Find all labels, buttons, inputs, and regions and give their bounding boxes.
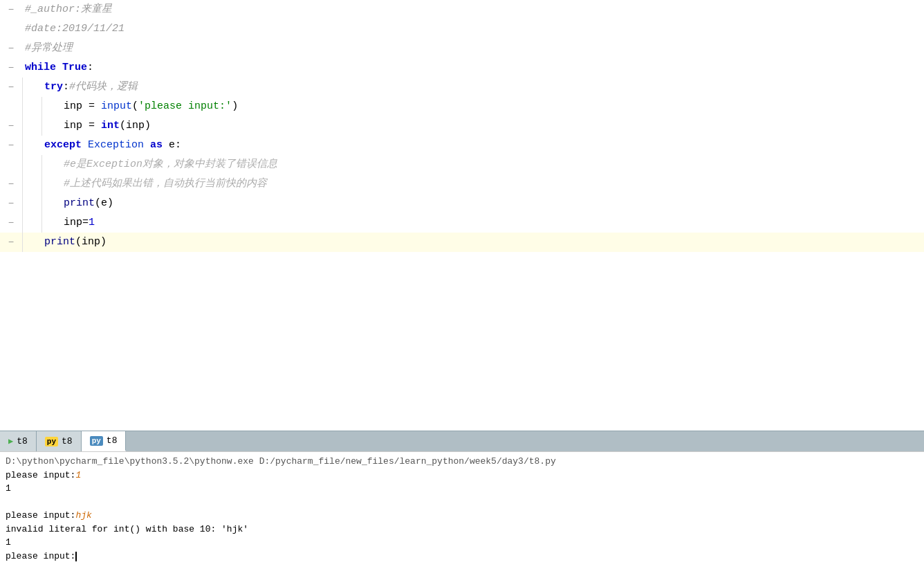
indent: [41, 97, 61, 116]
gutter: [0, 141, 22, 150]
terminal-path: D:\python\pycharm_file\python3.5.2\pytho…: [6, 456, 556, 467]
gutter: [0, 199, 22, 208]
indent: [41, 213, 61, 233]
code-line: #_author:来童星: [0, 0, 924, 19]
fold-icon[interactable]: [6, 5, 16, 15]
indent: [41, 116, 61, 136]
code-line: #上述代码如果出错，自动执行当前快的内容: [0, 174, 924, 194]
indent: [22, 233, 41, 252]
code-content: inp=1: [61, 213, 95, 233]
code-content: inp = input('please input:'): [61, 97, 238, 116]
indent-guides: [22, 155, 61, 174]
gutter: [0, 63, 22, 73]
fold-icon[interactable]: [6, 218, 16, 228]
gutter: [0, 82, 22, 92]
code-line: print(inp): [0, 233, 924, 252]
gutter: [0, 102, 22, 111]
terminal-highlight: 1: [75, 470, 81, 480]
indent: [41, 155, 61, 174]
code-content: except Exception as e:: [41, 136, 181, 155]
indent-guides: [22, 136, 41, 155]
terminal-area: D:\python\pycharm_file\python3.5.2\pytho…: [0, 451, 924, 569]
indent-guides: [22, 97, 61, 116]
fold-icon[interactable]: [6, 199, 16, 208]
terminal-line: 1: [6, 536, 918, 550]
fold-icon[interactable]: [6, 179, 16, 189]
indent: [22, 213, 41, 233]
code-line: #异常处理: [0, 39, 924, 58]
tab-bar: ▶ t8 py t8 py t8: [0, 431, 924, 451]
terminal-line: D:\python\pycharm_file\python3.5.2\pytho…: [6, 455, 918, 469]
code-line: inp = input('please input:'): [0, 97, 924, 116]
fold-icon[interactable]: [6, 237, 16, 247]
indent: [22, 174, 41, 194]
indent: [22, 116, 41, 136]
gutter: [0, 44, 22, 53]
run-icon: ▶: [8, 436, 13, 446]
fold-icon[interactable]: [6, 141, 16, 150]
code-line: #e是Exception对象，对象中封装了错误信息: [0, 155, 924, 174]
code-line: while True:: [0, 58, 924, 78]
gutter: [0, 237, 22, 247]
tab-run-label: t8: [17, 436, 28, 446]
code-content: while True:: [22, 58, 93, 78]
indent: [22, 136, 41, 155]
indent-guides: [22, 194, 61, 213]
tab-run[interactable]: ▶ t8: [0, 431, 37, 451]
code-line: inp=1: [0, 213, 924, 233]
terminal-line: [6, 496, 918, 509]
indent: [22, 155, 41, 174]
cursor: [75, 552, 77, 561]
terminal-line: 1: [6, 482, 918, 496]
gutter: [0, 218, 22, 228]
py-blue-icon: py: [90, 436, 103, 446]
terminal-line: please input:: [6, 550, 918, 563]
indent: [22, 97, 41, 116]
code-content: #上述代码如果出错，自动执行当前快的内容: [61, 174, 267, 194]
fold-icon[interactable]: [6, 44, 16, 53]
terminal-line: invalid literal for int() with base 10: …: [6, 523, 918, 536]
tab-py-blue[interactable]: py t8: [82, 431, 127, 451]
indent: [41, 194, 61, 213]
fold-icon[interactable]: [6, 63, 16, 73]
indent-guides: [22, 174, 61, 194]
code-content: #_author:来童星: [22, 0, 112, 19]
fold-icon-empty: [6, 160, 16, 170]
code-container: #_author:来童星#date:2019/11/21#异常处理while T…: [0, 0, 924, 252]
code-line: print(e): [0, 194, 924, 213]
code-line: try:#代码块，逻辑: [0, 78, 924, 97]
gutter: [0, 160, 22, 170]
tab-py-blue-label: t8: [107, 435, 118, 446]
code-content: print(inp): [41, 233, 107, 252]
terminal-line: please input:hjk: [6, 509, 918, 523]
indent-guides: [22, 213, 61, 233]
indent-guides: [22, 116, 61, 136]
indent: [41, 174, 61, 194]
gutter: [0, 121, 22, 131]
gutter: [0, 24, 22, 34]
terminal-line: please input:1: [6, 469, 918, 482]
fold-icon-empty: [6, 102, 16, 111]
tab-py-yellow-label: t8: [62, 436, 73, 446]
gutter: [0, 5, 22, 15]
indent: [22, 78, 41, 97]
fold-icon[interactable]: [6, 121, 16, 131]
py-yellow-icon: py: [45, 437, 58, 446]
code-line: except Exception as e:: [0, 136, 924, 155]
fold-icon[interactable]: [6, 82, 16, 92]
fold-icon-empty: [6, 24, 16, 34]
code-content: #异常处理: [22, 39, 73, 58]
code-content: #e是Exception对象，对象中封装了错误信息: [61, 155, 277, 174]
code-line: #date:2019/11/21: [0, 19, 924, 39]
indent: [22, 194, 41, 213]
code-content: inp = int(inp): [61, 116, 151, 136]
code-content: print(e): [61, 194, 113, 213]
code-line: inp = int(inp): [0, 116, 924, 136]
terminal-highlight: hjk: [75, 510, 91, 521]
indent-guides: [22, 233, 41, 252]
tab-py-yellow[interactable]: py t8: [37, 431, 82, 451]
editor-area: #_author:来童星#date:2019/11/21#异常处理while T…: [0, 0, 924, 431]
code-content: #date:2019/11/21: [22, 19, 124, 39]
code-content: try:#代码块，逻辑: [41, 78, 138, 97]
gutter: [0, 179, 22, 189]
